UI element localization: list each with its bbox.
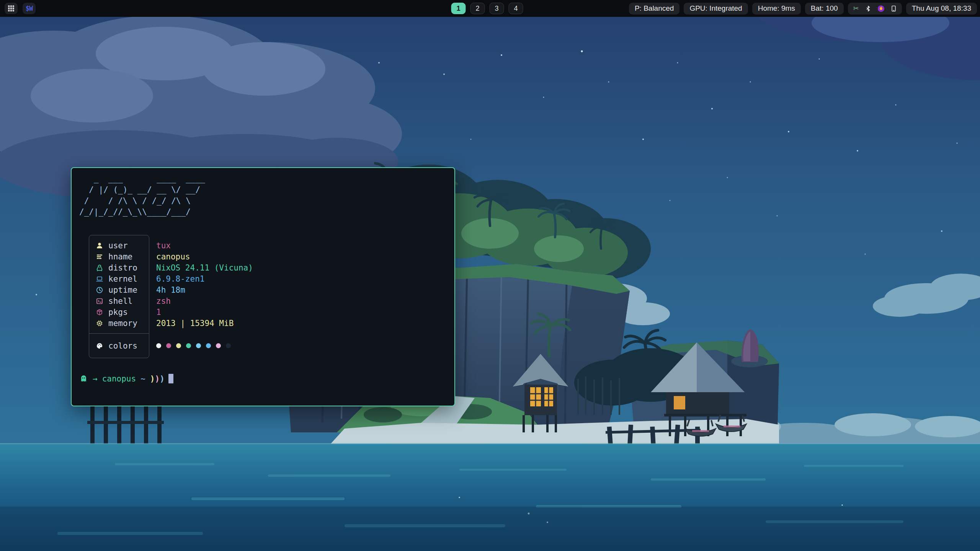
- bluetooth-icon[interactable]: [865, 5, 871, 12]
- fetch-label: hname: [108, 252, 132, 261]
- palette-icon: [95, 342, 104, 350]
- fetch-value-kernel: 6.9.8-zen1: [156, 274, 253, 285]
- fetch-values: tux canopus NixOS 24.11 (Vicuna) 6.9.8-z…: [149, 235, 253, 358]
- ping-status-pill[interactable]: Home: 9ms: [752, 3, 801, 15]
- fetch-value-uptime: 4h 18m: [156, 285, 253, 296]
- system-tray: ✂: [848, 3, 902, 15]
- palette-dot: [176, 343, 181, 348]
- fetch-label: shell: [108, 297, 132, 306]
- hostname-icon: [95, 253, 104, 261]
- prompt-path: ~: [140, 374, 145, 383]
- ghost-icon: [79, 374, 88, 383]
- workspace-2-label: 2: [475, 5, 479, 13]
- power-profile-pill[interactable]: P: Balanced: [629, 3, 679, 15]
- flameshot-icon[interactable]: [877, 5, 885, 12]
- prompt-chevron-3: ): [160, 374, 165, 383]
- palette-dot: [196, 343, 201, 348]
- scissors-icon[interactable]: ✂: [853, 5, 859, 12]
- phone-icon[interactable]: [891, 5, 897, 12]
- ascii-logo: _ ___ ____ ____ / |/ (_)_ __/ __ \/ __/ …: [79, 173, 205, 218]
- workspace-4[interactable]: 4: [508, 3, 523, 14]
- fetch-value-pkgs: 1: [156, 307, 253, 318]
- fetch-row-hname: hname: [95, 251, 149, 262]
- fetch-label: kernel: [108, 274, 137, 284]
- prompt-chevron-1: ): [150, 374, 155, 383]
- workspace-1[interactable]: 1: [451, 3, 466, 14]
- workspace-4-label: 4: [514, 5, 518, 13]
- palette-dot: [226, 343, 231, 348]
- fetch-row-distro: distro: [95, 262, 149, 273]
- fetch-row-shell: shell: [95, 295, 149, 306]
- app-launcher-button[interactable]: [5, 3, 18, 14]
- packages-icon: [95, 308, 104, 316]
- fetch-row-memory: memory: [95, 318, 149, 329]
- clock-pill[interactable]: Thu Aug 08, 18:33: [906, 3, 977, 15]
- shell-icon: [95, 297, 104, 305]
- fetch-row-uptime: uptime: [95, 284, 149, 295]
- fetch-label: distro: [108, 263, 137, 272]
- workspace-3-label: 3: [495, 5, 498, 13]
- ocean: [0, 443, 980, 551]
- fetch-row-kernel: kernel: [95, 273, 149, 284]
- fetch-label: user: [108, 241, 128, 250]
- fetch-label: pkgs: [108, 308, 128, 317]
- kernel-icon: [95, 275, 104, 283]
- prompt-host: canopus: [102, 374, 136, 383]
- workspace-switcher: 1 2 3 4: [451, 0, 523, 17]
- fetch-row-pkgs: pkgs: [95, 306, 149, 318]
- fetch-row-colors: colors: [89, 333, 149, 358]
- prompt-arrow: →: [93, 374, 98, 383]
- user-icon: [95, 241, 104, 250]
- ping-status-label: Home: 9ms: [758, 4, 795, 13]
- workspace-2[interactable]: 2: [470, 3, 485, 14]
- gpu-status-label: GPU: Integrated: [689, 4, 742, 13]
- fetch-row-user: user: [95, 240, 149, 251]
- fetch-label: uptime: [108, 285, 137, 295]
- fetch-value-hname: canopus: [156, 251, 253, 262]
- workspace-1-label: 1: [456, 5, 460, 13]
- fetch-value-shell: zsh: [156, 296, 253, 307]
- top-bar: $W 1 2 3 4 P: Balanced GPU: Integrated H…: [0, 0, 980, 17]
- fetch-label: memory: [108, 319, 137, 328]
- prompt-chevron-2: ): [155, 374, 160, 383]
- wm-logo: $W: [26, 5, 33, 12]
- terminal-cursor: [168, 374, 173, 383]
- power-profile-label: P: Balanced: [635, 4, 674, 13]
- palette-dot: [206, 343, 211, 348]
- palette-dot: [216, 343, 221, 348]
- gpu-status-pill[interactable]: GPU: Integrated: [684, 3, 748, 15]
- shell-prompt[interactable]: → canopus ~ ) ) ): [79, 373, 173, 384]
- memory-icon: [95, 319, 104, 328]
- palette-dot: [186, 343, 191, 348]
- fetch-value-distro: NixOS 24.11 (Vicuna): [156, 262, 253, 274]
- uptime-icon: [95, 286, 104, 294]
- terminal-window[interactable]: _ ___ ____ ____ / |/ (_)_ __/ __ \/ __/ …: [71, 167, 455, 406]
- wm-logo-button[interactable]: $W: [23, 3, 36, 14]
- battery-pill[interactable]: Bat: 100: [805, 3, 844, 15]
- fetch-value-memory: 2013 | 15394 MiB: [156, 318, 253, 329]
- distro-icon: [95, 264, 104, 272]
- clock-label: Thu Aug 08, 18:33: [912, 4, 971, 13]
- battery-label: Bat: 100: [811, 4, 838, 13]
- fetch-label: colors: [108, 341, 137, 350]
- palette-dot: [156, 343, 161, 348]
- apps-grid-icon: [8, 5, 15, 12]
- palette-dot: [166, 343, 171, 348]
- fastfetch-output: user hname distro: [89, 235, 253, 358]
- workspace-3[interactable]: 3: [489, 3, 504, 14]
- terminal-color-palette: [156, 334, 253, 358]
- fetch-label-box: user hname distro: [89, 235, 149, 358]
- fetch-value-user: tux: [156, 240, 253, 251]
